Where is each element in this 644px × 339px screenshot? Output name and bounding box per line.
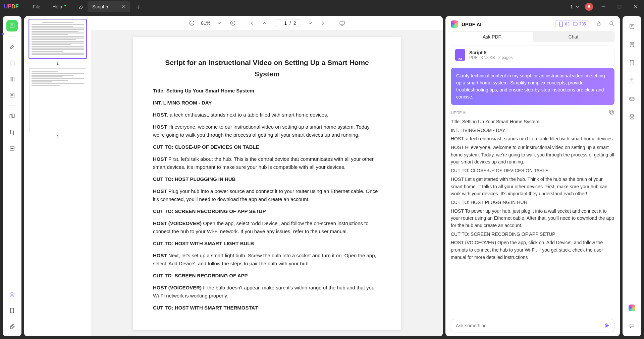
prev-page-button[interactable] — [260, 19, 269, 27]
copy-icon[interactable] — [608, 109, 614, 116]
thumb-label-2: 2 — [56, 135, 59, 139]
accent-dot — [2, 33, 4, 35]
credit-pill[interactable]: 83 785 — [555, 20, 589, 28]
svg-rect-4 — [12, 77, 14, 81]
menu-help[interactable]: Help — [46, 4, 68, 9]
zoom-level[interactable]: 81% — [201, 20, 210, 26]
menu-file[interactable]: File — [27, 4, 47, 9]
ask-input-box: ➤ — [451, 319, 614, 332]
crop-tool-button[interactable] — [6, 127, 18, 138]
redact-tool-button[interactable] — [6, 143, 18, 154]
thumb-label-1: 1 — [56, 61, 59, 66]
page-current-input[interactable] — [279, 20, 287, 26]
reader-tool-button[interactable] — [6, 20, 18, 31]
pdf-file-icon — [455, 49, 465, 61]
titlebar: UPDF File Help Script 5 ✕ ＋ 1 B — [0, 0, 644, 13]
organize-pages-button[interactable] — [6, 111, 18, 122]
zoom-dropdown-icon[interactable] — [215, 19, 224, 27]
security-button[interactable] — [626, 57, 638, 68]
svg-rect-19 — [630, 24, 634, 28]
form-tool-button[interactable] — [6, 89, 18, 101]
chat-tab[interactable]: Chat — [533, 32, 614, 42]
response-line: HOST To power up your hub, just plug it … — [451, 208, 614, 229]
convert-button[interactable] — [626, 39, 638, 50]
svg-rect-5 — [10, 93, 14, 97]
svg-rect-0 — [618, 5, 621, 8]
share-button[interactable] — [626, 75, 638, 86]
page-scroll[interactable]: Script for an Instructional Video on Set… — [91, 30, 443, 336]
svg-rect-15 — [597, 23, 600, 25]
file-name: Script 5 — [469, 50, 513, 55]
next-page-button[interactable] — [306, 19, 315, 27]
document-view: 81% / 2 Script for an Instructional — [91, 16, 443, 336]
close-icon[interactable]: ✕ — [121, 4, 125, 9]
comment-button[interactable] — [626, 320, 638, 332]
minimize-button[interactable] — [598, 2, 609, 12]
zoom-in-button[interactable] — [228, 19, 237, 27]
highlighter-tool-button[interactable] — [6, 41, 18, 53]
response-line: HOST Hi everyone, welcome to our instruc… — [451, 144, 614, 166]
ai-launcher-icon[interactable] — [626, 302, 638, 314]
svg-rect-22 — [630, 97, 634, 100]
right-toolbar — [623, 16, 641, 336]
layers-icon[interactable] — [6, 289, 18, 300]
page-indicator: / 2 — [274, 19, 301, 27]
tab-title: Script 5 — [92, 4, 108, 9]
svg-rect-9 — [11, 148, 13, 149]
response-line: HOST (VOICEOVER) Open the app, click on … — [451, 239, 614, 261]
app-logo: UPDF — [4, 4, 19, 10]
document-toolbar: 81% / 2 — [91, 16, 443, 30]
response-body[interactable]: Title: Setting Up Your Smart Home System… — [451, 118, 614, 316]
ask-input[interactable] — [456, 323, 609, 328]
close-window-button[interactable] — [630, 2, 641, 12]
page-thumbnail-1[interactable] — [29, 19, 86, 58]
eraser-icon[interactable] — [74, 2, 88, 12]
response-line: HOST, a tech enthusiast, stands next to … — [451, 135, 614, 143]
send-button[interactable]: ➤ — [604, 322, 609, 329]
presentation-button[interactable] — [338, 19, 346, 27]
page-thumbnail-2[interactable] — [29, 68, 86, 132]
email-button[interactable] — [626, 93, 638, 105]
doc-heading: Script for an Instructional Video on Set… — [153, 57, 381, 79]
tab-count[interactable]: 1 — [570, 4, 580, 10]
response-header: UPDF AI — [451, 109, 614, 116]
ai-panel: UPDF AI 83 785 Ask PDF Chat Script 5 PDF… — [445, 16, 620, 336]
lock-icon[interactable] — [596, 20, 602, 28]
svg-rect-12 — [340, 21, 344, 24]
page-layout-tool-button[interactable] — [6, 73, 18, 85]
response-line: CUT TO: SCREEN RECORDING OF APP SETUP — [451, 231, 614, 238]
document-tab[interactable]: Script 5 ✕ — [88, 1, 130, 12]
mode-segment: Ask PDF Chat — [451, 31, 614, 42]
attachment-icon[interactable] — [6, 321, 18, 332]
search-icon[interactable] — [608, 20, 614, 28]
avatar[interactable]: B — [585, 3, 593, 11]
workspace: 1 2 81% / 2 — [0, 13, 644, 339]
ai-title: UPDF AI — [462, 21, 481, 27]
ocr-button[interactable] — [626, 21, 638, 32]
page-total: 2 — [293, 20, 296, 26]
add-tab-button[interactable]: ＋ — [135, 2, 142, 11]
print-button[interactable] — [626, 111, 638, 123]
chat-credit-icon — [572, 21, 578, 27]
response-line: HOST Let's get started with the hub. Thi… — [451, 176, 614, 198]
svg-rect-25 — [631, 118, 633, 119]
svg-rect-14 — [573, 22, 577, 25]
user-message: Clarify technical content in my script f… — [451, 68, 614, 105]
last-page-button[interactable] — [319, 19, 328, 27]
response-line: INT. LIVING ROOM - DAY — [451, 127, 614, 134]
edit-text-tool-button[interactable] — [6, 57, 18, 69]
ai-header: UPDF AI 83 785 — [451, 20, 614, 28]
svg-point-16 — [610, 22, 613, 25]
first-page-button[interactable] — [247, 19, 256, 27]
svg-rect-13 — [559, 22, 562, 26]
maximize-button[interactable] — [614, 2, 625, 12]
thumbnail-panel: 1 2 — [24, 16, 91, 336]
response-line: CUT TO: HOST PLUGGING IN HUB — [451, 199, 614, 206]
left-toolbar — [3, 16, 21, 336]
bookmark-icon[interactable] — [6, 305, 18, 316]
zoom-out-button[interactable] — [187, 19, 196, 27]
file-card: Script 5 PDF · 37.2 KB · 2 pages — [451, 46, 614, 64]
tab-region: Script 5 ✕ ＋ — [74, 1, 142, 12]
response-line: Title: Setting Up Your Smart Home System — [451, 118, 614, 126]
ask-pdf-tab[interactable]: Ask PDF — [451, 32, 533, 42]
